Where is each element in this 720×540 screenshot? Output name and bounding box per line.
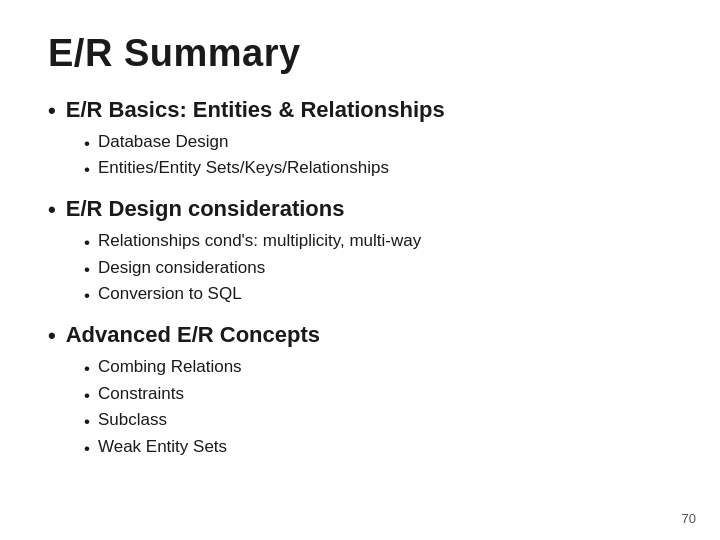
- sub-bullets-advanced: Combing Relations Constraints Subclass W…: [84, 357, 672, 461]
- main-bullet-design-label: E/R Design considerations: [66, 196, 345, 222]
- page-number: 70: [682, 511, 696, 526]
- sub-bullet-advanced-1: Constraints: [84, 384, 672, 408]
- main-bullet-basics-label: E/R Basics: Entities & Relationships: [66, 97, 445, 123]
- sub-bullet-basics-1: Entities/Entity Sets/Keys/Relationships: [84, 158, 672, 182]
- slide-title: E/R Summary: [48, 32, 672, 75]
- main-bullet-basics: E/R Basics: Entities & Relationships: [48, 97, 672, 126]
- slide: E/R Summary E/R Basics: Entities & Relat…: [0, 0, 720, 540]
- sub-bullets-basics: Database Design Entities/Entity Sets/Key…: [84, 132, 672, 183]
- section-advanced: Advanced E/R Concepts Combing Relations …: [48, 322, 672, 461]
- sub-bullet-design-0: Relationships cond's: multiplicity, mult…: [84, 231, 672, 255]
- sub-bullets-design: Relationships cond's: multiplicity, mult…: [84, 231, 672, 308]
- sub-bullet-basics-0: Database Design: [84, 132, 672, 156]
- sub-bullet-advanced-2: Subclass: [84, 410, 672, 434]
- section-design: E/R Design considerations Relationships …: [48, 196, 672, 308]
- main-bullet-design: E/R Design considerations: [48, 196, 672, 225]
- sub-bullet-advanced-3: Weak Entity Sets: [84, 437, 672, 461]
- section-basics: E/R Basics: Entities & Relationships Dat…: [48, 97, 672, 182]
- main-bullet-advanced: Advanced E/R Concepts: [48, 322, 672, 351]
- sub-bullet-design-1: Design considerations: [84, 258, 672, 282]
- sub-bullet-advanced-0: Combing Relations: [84, 357, 672, 381]
- sub-bullet-design-2: Conversion to SQL: [84, 284, 672, 308]
- main-bullet-advanced-label: Advanced E/R Concepts: [66, 322, 320, 348]
